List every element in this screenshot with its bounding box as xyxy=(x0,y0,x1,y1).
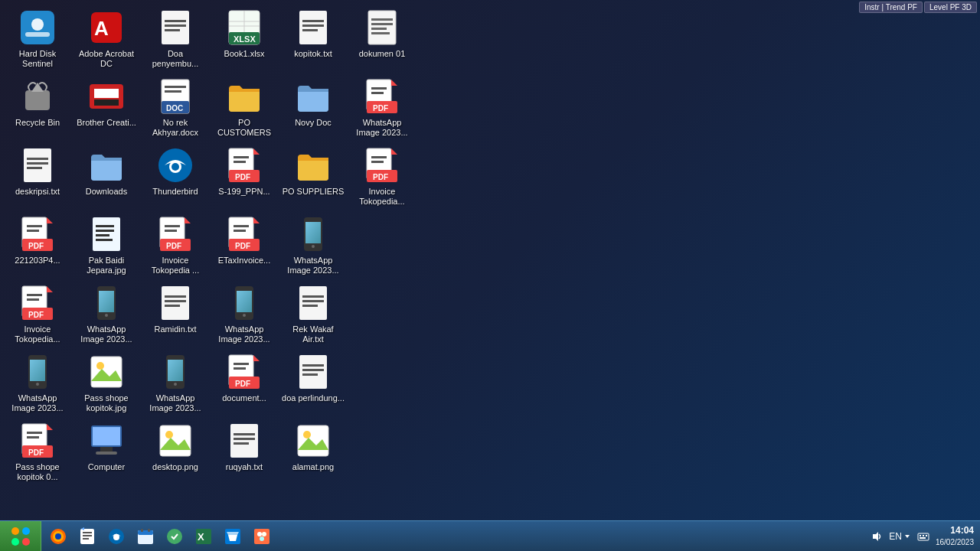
svg-rect-52 xyxy=(162,11,189,44)
desktop-icon-label: document... xyxy=(222,393,266,403)
desktop-icon-whatsapp-image-1[interactable]: WhatsApp Image 2023... xyxy=(3,350,72,419)
top-bar: Instr | Trend PF Level PF 3D xyxy=(856,0,980,15)
desktop-icon-pak-baidi-jepara[interactable]: Pak Baidi Jepara.jpg xyxy=(72,213,141,282)
desktop-icon-whatsapp-image-6[interactable]: PDFWhatsApp Image 2023... xyxy=(348,75,416,144)
keyboard-icon[interactable] xyxy=(917,530,929,543)
svg-rect-179 xyxy=(923,535,924,536)
taskbar-firefox[interactable] xyxy=(44,523,72,550)
desktop-icon-book1-xlsx[interactable]: XLSXBook1.xlsx xyxy=(210,6,279,75)
folder-icon xyxy=(295,78,332,115)
desktop-icon-label: Invoice Tokopedia... xyxy=(351,187,413,207)
desktop-icon-s-199-ppn[interactable]: PDFS-199_PPN... xyxy=(210,144,279,213)
svg-rect-108 xyxy=(234,363,249,365)
thunderbird-icon xyxy=(157,147,194,184)
desktop-icon-invoice-tokopedia-2[interactable]: PDFInvoice Tokopedia ... xyxy=(141,213,210,282)
desktop-icon-po-suppliers[interactable]: PO SUPPLIERS xyxy=(279,144,348,213)
desktop-icon-computer[interactable]: Computer xyxy=(72,419,141,488)
desktop-icon-document[interactable]: PDFdocument... xyxy=(210,350,279,419)
desktop-icon-deskripsi-txt[interactable]: deskripsi.txt xyxy=(3,144,72,213)
desktop-icon-invoice-tokopedia-3[interactable]: PDFInvoice Tokopedia... xyxy=(348,144,416,213)
desktop-icon-label: Ramidin.txt xyxy=(154,324,196,334)
desktop-icon-rek-wakaf-air[interactable]: Rek Wakaf Air.txt xyxy=(279,282,348,350)
svg-text:PDF: PDF xyxy=(28,448,44,457)
taskbar-paint[interactable] xyxy=(248,523,276,550)
desktop-icon-whatsapp-image-3[interactable]: WhatsApp Image 2023... xyxy=(141,350,210,419)
svg-marker-176 xyxy=(905,535,910,538)
desktop-icon-doa-perlindung[interactable]: doa perlindung... xyxy=(279,350,348,419)
desktop-icon-hard-disk-sentinel[interactable]: Hard Disk Sentinel xyxy=(3,6,72,75)
docx-icon: DOC xyxy=(157,78,194,115)
svg-rect-112 xyxy=(234,438,255,440)
svg-rect-29 xyxy=(27,432,42,434)
taskbar-tracker[interactable] xyxy=(161,523,188,550)
svg-rect-149 xyxy=(371,161,384,163)
desktop-icon-recycle-bin[interactable]: Recycle Bin xyxy=(3,75,72,144)
desktop-icon-whatsapp-image-5[interactable]: WhatsApp Image 2023... xyxy=(279,213,348,282)
desktop-icon-label: Thunderbird xyxy=(152,187,198,197)
svg-rect-59 xyxy=(165,86,186,88)
svg-rect-51 xyxy=(96,452,117,455)
desktop-icon-invoice-tokopedia-1[interactable]: PDFInvoice Tokopedia... xyxy=(3,282,72,350)
desktop-icon-thunderbird[interactable]: Thunderbird xyxy=(141,144,210,213)
svg-point-79 xyxy=(165,431,173,439)
desktop-icon-whatsapp-image-4[interactable]: WhatsApp Image 2023... xyxy=(210,282,279,350)
svg-rect-14 xyxy=(27,230,39,232)
svg-point-162 xyxy=(113,534,119,540)
desktop-icon-brother-creati[interactable]: Brother Creati... xyxy=(72,75,141,144)
svg-point-131 xyxy=(303,431,311,439)
desktop-icon-adobe-acrobat[interactable]: AAdobe Acrobat DC xyxy=(72,6,141,75)
svg-point-151 xyxy=(22,527,30,535)
taskbar-store[interactable] xyxy=(219,523,247,550)
svg-rect-177 xyxy=(918,533,929,540)
desktop-icon-ruqyah-txt[interactable]: ruqyah.txt xyxy=(210,419,279,488)
taskbar-note[interactable] xyxy=(74,523,101,550)
desktop-icon-label: WhatsApp Image 2023... xyxy=(75,324,138,344)
desktop-icon-pass-shope-kopitok-jpg[interactable]: Pass shope kopitok.jpg xyxy=(72,350,141,419)
desktop-icon-etax-invoice[interactable]: PDFETaxInvoice... xyxy=(210,213,279,282)
svg-rect-35 xyxy=(94,99,119,106)
desktop-icon-pass-shope-kopitok-0[interactable]: PDFPass shope kopitok 0... xyxy=(3,419,72,488)
taskbar-calendar[interactable] xyxy=(132,523,159,550)
desktop-icon-desktop-png[interactable]: desktop.png xyxy=(141,419,210,488)
svg-point-153 xyxy=(22,538,30,546)
svg-text:A: A xyxy=(94,17,109,40)
image-file-icon xyxy=(88,354,125,390)
svg-point-167 xyxy=(167,529,182,544)
desktop-icon-ramidin-txt[interactable]: Ramidin.txt xyxy=(141,282,210,350)
pdf-icon: PDF xyxy=(19,422,56,459)
pdf-icon: PDF xyxy=(19,285,56,321)
desktop-icon-po-customers[interactable]: PO CUSTOMERS xyxy=(210,75,279,144)
svg-marker-10 xyxy=(47,217,53,223)
desktop-icon-doa-penyembu[interactable]: Doa penyembu... xyxy=(141,6,210,75)
svg-text:PDF: PDF xyxy=(373,173,388,181)
svg-rect-178 xyxy=(920,535,921,536)
desktop: Hard Disk SentinelRecycle Bindeskripsi.t… xyxy=(0,0,980,520)
phone-img-icon xyxy=(19,354,56,390)
svg-point-102 xyxy=(243,314,246,317)
desktop-icon-no-rek-akhyar[interactable]: DOCNo rek Akhyar.docx xyxy=(141,75,210,144)
desktop-icon-label: Hard Disk Sentinel xyxy=(6,49,69,69)
top-bar-btn-1[interactable]: Instr | Trend PF xyxy=(859,2,923,13)
desktop-icon-label: Invoice Tokopedia... xyxy=(6,324,69,344)
desktop-icon-label: Doa penyembu... xyxy=(144,49,207,69)
desktop-icon-alamat-png[interactable]: alamat.png xyxy=(279,419,348,488)
taskbar-thunderbird[interactable] xyxy=(103,523,130,550)
phone-img-icon xyxy=(226,285,263,321)
desktop-icon-whatsapp-image-2[interactable]: WhatsApp Image 2023... xyxy=(72,282,141,350)
desktop-icon-kopitok-txt[interactable]: kopitok.txt xyxy=(279,6,348,75)
volume-icon[interactable] xyxy=(871,530,883,543)
svg-rect-55 xyxy=(165,29,180,31)
top-bar-btn-2[interactable]: Level PF 3D xyxy=(924,2,977,13)
txt-icon xyxy=(19,147,56,184)
desktop-icon-221203p4[interactable]: PDF221203P4... xyxy=(3,213,72,282)
svg-text:PDF: PDF xyxy=(373,104,388,112)
svg-rect-19 xyxy=(27,294,42,296)
taskbar-excel[interactable]: X xyxy=(190,523,217,550)
desktop-icon-dokumen-01[interactable]: dokumen 01 xyxy=(348,6,416,75)
start-button[interactable] xyxy=(0,521,41,552)
notification-area xyxy=(871,530,883,543)
desktop-icon-downloads[interactable]: Downloads xyxy=(72,144,141,213)
desktop-icon-novy-doc[interactable]: Novy Doc xyxy=(279,75,348,144)
svg-rect-37 xyxy=(96,225,114,227)
svg-rect-113 xyxy=(234,442,249,445)
